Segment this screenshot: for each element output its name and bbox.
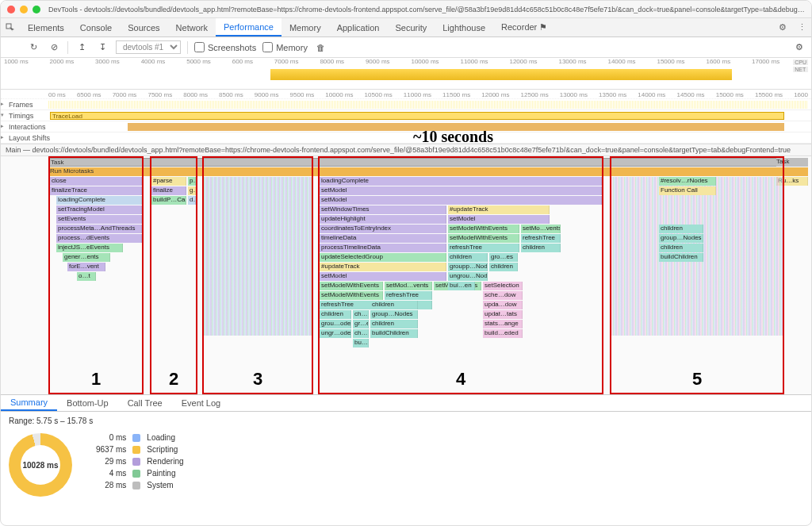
tab-call-tree[interactable]: Call Tree xyxy=(118,395,172,411)
maximize-icon[interactable] xyxy=(33,6,40,13)
frames-track xyxy=(48,101,808,109)
main-thread-label[interactable]: Main — devtools://devtools/bundled/devto… xyxy=(1,144,811,156)
summary-range: Range: 5.75 s – 15.78 s xyxy=(1,412,811,425)
annotation-box-3: 3 xyxy=(202,156,313,394)
tab-summary[interactable]: Summary xyxy=(1,395,57,411)
tab-security[interactable]: Security xyxy=(387,18,435,36)
tab-lighthouse[interactable]: Lighthouse xyxy=(435,18,493,36)
summary-total: 10028 ms xyxy=(22,461,58,470)
profile-select[interactable]: devtools #1 xyxy=(116,40,181,54)
summary-donut-chart: 10028 ms xyxy=(9,433,72,497)
trash-icon[interactable]: 🗑 xyxy=(314,40,328,55)
tab-network[interactable]: Network xyxy=(168,18,216,36)
minimize-icon[interactable] xyxy=(20,6,28,13)
swatch-loading xyxy=(132,434,140,442)
capture-settings-icon[interactable]: ⚙ xyxy=(792,40,806,55)
timings-section[interactable]: Timings TraceLoad xyxy=(1,110,811,121)
traceload-bar[interactable]: TraceLoad xyxy=(50,112,784,120)
overview-activity-bar xyxy=(270,69,732,80)
close-icon[interactable] xyxy=(7,6,15,13)
interactions-track xyxy=(48,123,808,131)
frames-section[interactable]: Frames xyxy=(1,99,811,110)
settings-icon[interactable]: ⚙ xyxy=(773,22,792,33)
tab-performance[interactable]: Performance xyxy=(216,18,282,36)
tab-recorder[interactable]: Recorder ⚑ xyxy=(493,18,555,36)
swatch-system xyxy=(132,482,140,490)
swatch-painting xyxy=(132,470,140,478)
annotation-box-5: 5 xyxy=(610,156,784,394)
window-title: DevTools - devtools://devtools/bundled/d… xyxy=(48,6,805,13)
layout-shifts-section[interactable]: Layout Shifts xyxy=(1,132,811,144)
overview-side-labels: CPUNET xyxy=(793,60,808,72)
annotation-box-1: 1 xyxy=(48,156,144,394)
traffic-lights xyxy=(7,6,40,13)
download-icon[interactable]: ↧ xyxy=(95,40,109,55)
interaction-bar[interactable] xyxy=(128,123,784,131)
screenshots-checkbox[interactable]: Screenshots xyxy=(194,42,256,52)
memory-checkbox[interactable]: Memory xyxy=(262,42,308,52)
window-titlebar: DevTools - devtools://devtools/bundled/d… xyxy=(1,1,811,18)
details-tabs: Summary Bottom-Up Call Tree Event Log xyxy=(1,394,811,412)
timings-track: TraceLoad xyxy=(48,112,808,120)
perf-toolbar: ↻ ⊘ ↥ ↧ devtools #1 Screenshots Memory 🗑… xyxy=(1,37,811,58)
tab-elements[interactable]: Elements xyxy=(20,18,72,36)
tab-bottom-up[interactable]: Bottom-Up xyxy=(57,395,118,411)
summary-legend: 0 msLoading 9637 msScripting 29 msRender… xyxy=(96,433,184,490)
tab-console[interactable]: Console xyxy=(72,18,120,36)
summary-panel: 10028 ms 0 msLoading 9637 msScripting 29… xyxy=(1,425,811,505)
clear-button[interactable]: ⊘ xyxy=(47,40,61,55)
tab-event-log[interactable]: Event Log xyxy=(172,395,231,411)
overview-strip[interactable]: 1000 ms2000 ms3000 ms4000 ms5000 ms600 m… xyxy=(1,58,811,90)
inspect-icon[interactable] xyxy=(1,23,20,33)
annotation-box-4: 4 xyxy=(318,156,603,394)
timeline-ruler[interactable]: 00 ms6500 ms7000 ms7500 ms8000 ms8500 ms… xyxy=(1,90,811,99)
tab-memory[interactable]: Memory xyxy=(282,18,329,36)
tab-application[interactable]: Application xyxy=(329,18,388,36)
reload-record-button[interactable]: ↻ xyxy=(26,40,40,55)
tab-sources[interactable]: Sources xyxy=(120,18,167,36)
more-icon[interactable]: ⋮ xyxy=(792,22,811,33)
upload-icon[interactable]: ↥ xyxy=(75,40,89,55)
record-button[interactable] xyxy=(6,40,20,55)
overview-ticks: 1000 ms2000 ms3000 ms4000 ms5000 ms600 m… xyxy=(1,58,811,65)
flame-chart[interactable]: Task Task Ti…ed Run Microtasks Ru…ks clo… xyxy=(1,156,811,394)
swatch-scripting xyxy=(132,446,140,454)
swatch-rendering xyxy=(132,458,140,466)
annotation-box-2: 2 xyxy=(150,156,197,394)
interactions-section[interactable]: Interactions xyxy=(1,121,811,132)
panel-tabs: Elements Console Sources Network Perform… xyxy=(1,18,811,37)
